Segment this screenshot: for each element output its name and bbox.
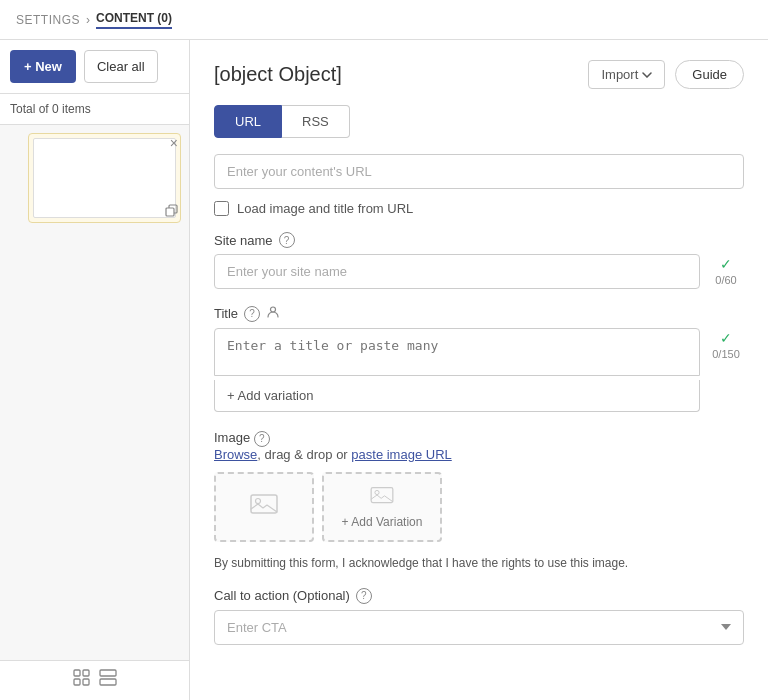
dropdown-chevron-icon <box>642 72 652 78</box>
site-name-help-icon[interactable]: ? <box>279 232 295 248</box>
svg-rect-2 <box>74 679 80 685</box>
load-image-checkbox[interactable] <box>214 201 229 216</box>
image-section: Image ? Browse, drag & drop or paste ima… <box>214 428 744 572</box>
add-image-icon <box>370 485 394 511</box>
left-panel: + New Clear all Total of 0 items 1 × <box>0 40 190 700</box>
item-card: × <box>28 133 181 223</box>
svg-rect-0 <box>166 208 174 216</box>
image-upload-area: + Add Variation <box>214 472 744 542</box>
site-name-label: Site name ? <box>214 232 744 248</box>
add-image-variation-button[interactable]: + Add Variation <box>322 472 442 542</box>
new-button[interactable]: + New <box>10 50 76 83</box>
tab-rss[interactable]: RSS <box>282 105 350 138</box>
svg-rect-6 <box>100 679 116 685</box>
person-icon <box>266 305 280 322</box>
svg-rect-8 <box>251 495 277 513</box>
title-help-icon[interactable]: ? <box>244 306 260 322</box>
site-name-counter: ✓ 0/60 <box>708 254 744 286</box>
site-name-check-icon: ✓ <box>720 256 732 272</box>
svg-rect-4 <box>83 679 89 685</box>
item-copy-button[interactable] <box>165 204 178 220</box>
load-image-label: Load image and title from URL <box>237 201 413 216</box>
image-browse-row: Browse, drag & drop or paste image URL <box>214 447 744 462</box>
svg-rect-5 <box>100 670 116 676</box>
cta-group: Call to action (Optional) ? Enter CTA <box>214 588 744 645</box>
tab-bar: URL RSS <box>214 105 744 138</box>
browse-link[interactable]: Browse <box>214 447 257 462</box>
svg-point-9 <box>256 498 261 503</box>
breadcrumb-content: CONTENT (0) <box>96 11 172 29</box>
left-footer <box>0 660 189 700</box>
title-check-icon: ✓ <box>720 330 732 346</box>
import-dropdown[interactable]: Import <box>588 60 665 89</box>
breadcrumb-bar: SETTINGS › CONTENT (0) <box>0 0 768 40</box>
breadcrumb-chevron: › <box>86 13 90 27</box>
paste-image-link[interactable]: paste image URL <box>351 447 451 462</box>
clear-all-button[interactable]: Clear all <box>84 50 158 83</box>
items-list: 1 × <box>0 125 189 660</box>
footer-grid-button[interactable] <box>73 669 91 692</box>
svg-point-11 <box>375 490 379 494</box>
cta-help-icon[interactable]: ? <box>356 588 372 604</box>
url-input-row <box>214 154 744 189</box>
left-toolbar: + New Clear all <box>0 40 189 94</box>
title-textarea[interactable] <box>214 328 700 376</box>
item-card-inner <box>33 138 176 218</box>
title-group: Title ? + Add variation <box>214 305 744 412</box>
site-name-group: Site name ? ✓ 0/60 <box>214 232 744 289</box>
guide-button[interactable]: Guide <box>675 60 744 89</box>
right-panel: [object Object] Import Guide URL <box>190 40 768 700</box>
image-upload-box[interactable] <box>214 472 314 542</box>
svg-rect-10 <box>371 487 393 502</box>
item-close-button[interactable]: × <box>170 136 178 150</box>
footer-list-button[interactable] <box>99 669 117 692</box>
svg-point-7 <box>271 307 276 312</box>
breadcrumb-settings: SETTINGS <box>16 13 80 27</box>
image-label: Image ? <box>214 430 270 445</box>
svg-rect-1 <box>74 670 80 676</box>
add-variation-button[interactable]: + Add variation <box>214 380 700 412</box>
total-items-label: Total of 0 items <box>0 94 189 125</box>
image-help-icon[interactable]: ? <box>254 431 270 447</box>
right-header: [object Object] Import Guide <box>214 60 744 89</box>
add-variation-label: + Add Variation <box>342 515 423 529</box>
import-label: Import <box>601 67 638 82</box>
svg-rect-3 <box>83 670 89 676</box>
url-input[interactable] <box>214 154 744 189</box>
image-placeholder-icon <box>250 492 278 522</box>
cta-select[interactable]: Enter CTA <box>214 610 744 645</box>
tab-url[interactable]: URL <box>214 105 282 138</box>
site-name-input[interactable] <box>214 254 700 289</box>
title-counter: ✓ 0/150 <box>708 328 744 360</box>
image-disclaimer: By submitting this form, I acknowledge t… <box>214 554 744 572</box>
load-image-checkbox-row: Load image and title from URL <box>214 201 744 216</box>
cta-label: Call to action (Optional) ? <box>214 588 744 604</box>
page-title: [object Object] <box>214 63 342 86</box>
